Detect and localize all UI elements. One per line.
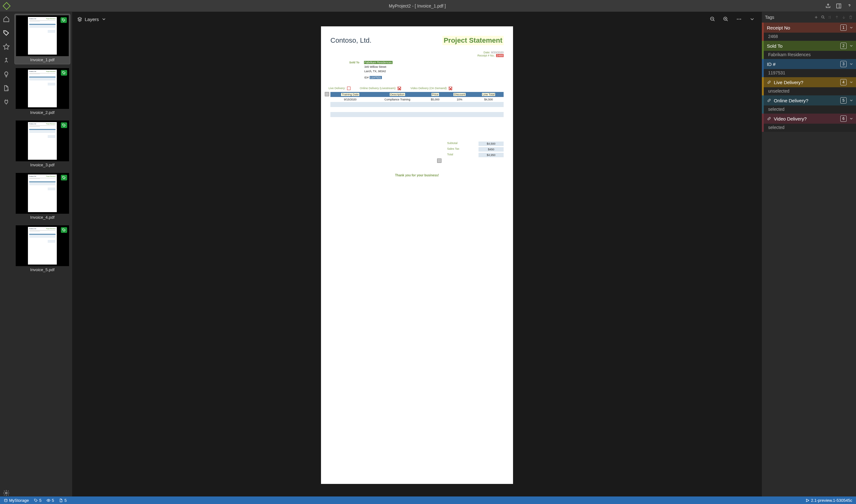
svg-point-8 [739, 19, 739, 19]
move-up-icon [835, 15, 839, 19]
panel-icon[interactable] [836, 3, 842, 9]
tax-label: Sales Tax [447, 147, 459, 151]
tag-count[interactable]: 5 [34, 498, 41, 503]
link-icon [767, 98, 771, 103]
soldto-addr2: Larch, TX, 98342 [364, 70, 504, 73]
share-icon[interactable] [825, 3, 831, 9]
visible-count[interactable]: 5 [47, 498, 54, 503]
tag-icon[interactable] [3, 30, 10, 36]
thumbnail-label: Invoice_4.pdf [16, 214, 69, 220]
settings-icon[interactable] [3, 489, 10, 497]
tag-hotkey: 4 [840, 79, 846, 85]
soldto-label: Sold To [349, 61, 363, 64]
tag-hotkey: 2 [840, 43, 846, 49]
storage-indicator[interactable]: MyStorage [4, 498, 29, 503]
version-indicator[interactable]: 2.1-preview.1-530545c [805, 498, 852, 503]
more-icon[interactable] [736, 16, 742, 22]
table-handle-icon[interactable] [325, 92, 329, 96]
chevron-down-icon[interactable] [849, 62, 854, 66]
thumbnail-label: Invoice_5.pdf [16, 266, 69, 273]
window-title: MyProject2 - [ Invoice_1.pdf ] [10, 3, 825, 8]
link-icon [767, 80, 771, 85]
lightbulb-icon[interactable] [3, 71, 10, 78]
thumbnail-item[interactable]: Contoso, Ltd.Project Statement Invoice_2… [14, 67, 70, 117]
doc-count[interactable]: 5 [59, 498, 67, 503]
checkbox-checked-icon [397, 87, 401, 90]
svg-point-20 [821, 16, 824, 18]
zoom-out-icon[interactable] [710, 16, 715, 22]
tag-value: unselected [764, 87, 856, 95]
tag-item[interactable]: Sold To 2 Fabrikam Residences [762, 41, 856, 59]
home-icon[interactable] [3, 16, 10, 23]
svg-point-7 [737, 19, 738, 19]
tag-item[interactable]: Live Delivery? 4 unselected [762, 77, 856, 95]
tag-item[interactable]: ID # 3 1197531 [762, 59, 856, 77]
tag-name: Video Delivery? [774, 116, 838, 122]
tag-hotkey: 5 [840, 97, 846, 104]
chevron-down-icon[interactable] [849, 43, 854, 48]
svg-rect-10 [325, 93, 328, 96]
chevron-down-icon[interactable] [849, 98, 854, 103]
svg-rect-15 [438, 159, 441, 162]
plug-icon[interactable] [3, 98, 10, 105]
totals-block: Subtotal$4,500 Sales Tax$450 Total$4,950 [447, 141, 504, 158]
merge-icon[interactable] [3, 57, 10, 64]
search-tag-icon[interactable] [821, 15, 825, 19]
statement-title: Project Statement [442, 36, 504, 45]
thumbnail-panel: Contoso, Ltd.Project Statement Invoice_1… [13, 12, 72, 497]
tax-value: $450 [479, 147, 504, 151]
company-name: Contoso, Ltd. [331, 36, 372, 44]
move-down-icon [842, 15, 846, 19]
chevron-down-icon [101, 17, 106, 22]
receipt-no-label: Receipt # No.: [477, 54, 495, 57]
layers-dropdown[interactable]: Layers [77, 17, 106, 22]
tag-value: 1197531 [764, 69, 856, 77]
thumbnail-item[interactable]: Contoso, Ltd.Project Statement Invoice_1… [14, 14, 70, 64]
tag-badge-icon [60, 17, 67, 23]
tag-value: selected [764, 124, 856, 132]
total-value: $4,950 [479, 153, 504, 157]
table-handle-icon[interactable] [437, 159, 442, 163]
soldto-addr1: 345 Willow Street [364, 65, 504, 68]
thanks-text: Thank you for your business! [331, 174, 504, 177]
tags-panel: Tags Receipt No 1 2468 Sold To 2 Fabrika… [762, 12, 856, 497]
thumbnail-item[interactable]: Contoso, Ltd.Project Statement Invoice_3… [14, 119, 70, 169]
delete-icon [849, 15, 853, 19]
canvas-area: Layers Contoso, Ltd. Project Statement D… [72, 12, 762, 497]
checkbox-checked-icon [449, 87, 452, 90]
rename-icon [828, 15, 832, 19]
id-value: 1197531 [370, 76, 382, 79]
add-tag-icon[interactable] [814, 15, 818, 19]
svg-point-21 [48, 500, 49, 501]
soldto-name: Fabrikam Residences [364, 61, 393, 64]
thumbnail-item[interactable]: Contoso, Ltd.Project Statement Invoice_4… [14, 172, 70, 221]
help-icon[interactable] [846, 3, 852, 9]
svg-point-4 [5, 492, 7, 494]
svg-point-2 [5, 31, 5, 32]
tag-item[interactable]: Video Delivery? 6 selected [762, 114, 856, 132]
zoom-in-icon[interactable] [723, 16, 729, 22]
tag-hotkey: 1 [840, 24, 846, 31]
tag-name: Receipt No [767, 25, 838, 31]
tag-name: Live Delivery? [774, 80, 838, 85]
status-bar: MyStorage 5 5 5 2.1-preview.1-530545c [0, 497, 856, 504]
tag-value: Fabrikam Residences [764, 51, 856, 59]
document-add-icon[interactable] [3, 85, 10, 92]
tag-item[interactable]: Receipt No 1 2468 [762, 23, 856, 41]
chevron-down-icon[interactable] [849, 25, 854, 30]
document-page[interactable]: Contoso, Ltd. Project Statement Date: 8/… [321, 26, 513, 484]
chevron-down-icon[interactable] [849, 116, 854, 121]
checkbox-unchecked-icon [347, 87, 351, 90]
tag-badge-icon [61, 70, 67, 76]
tag-badge-icon [61, 122, 67, 128]
chevron-down-icon[interactable] [749, 16, 755, 22]
thumbnail-label: Invoice_1.pdf [16, 56, 69, 63]
subtotal-label: Subtotal [447, 142, 458, 146]
tag-item[interactable]: Online Delivery? 5 selected [762, 95, 856, 114]
tag-value: 2468 [764, 33, 856, 41]
online-delivery-field: Online Delivery (Livestream): [360, 87, 401, 90]
chevron-down-icon[interactable] [849, 80, 854, 85]
thumbnail-item[interactable]: Contoso, Ltd.Project Statement Invoice_5… [14, 224, 70, 274]
star-icon[interactable] [3, 43, 10, 50]
thumbnail-label: Invoice_3.pdf [16, 161, 69, 168]
